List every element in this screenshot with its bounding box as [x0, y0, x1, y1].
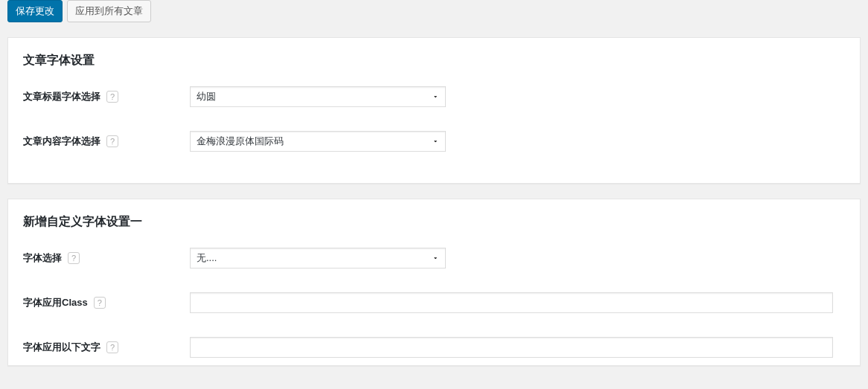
form-control: 无....	[190, 248, 446, 269]
apply-all-button[interactable]: 应用到所有文章	[67, 0, 151, 22]
panel-title: 新增自定义字体设置一	[23, 214, 845, 230]
custom-font-select[interactable]: 无....	[190, 248, 446, 269]
title-font-select[interactable]: 幼圆	[190, 86, 446, 107]
form-label: 字体应用以下文字 ?	[23, 341, 190, 354]
help-icon[interactable]: ?	[94, 297, 106, 309]
top-button-bar: 保存更改 应用到所有文章	[0, 0, 868, 30]
form-control	[190, 292, 833, 313]
form-control: 幼圆	[190, 86, 446, 107]
form-label: 文章内容字体选择 ?	[23, 135, 190, 148]
article-font-settings-panel: 文章字体设置 文章标题字体选择 ? 幼圆 文章内容字体选择 ? 金梅浪漫原体国际…	[7, 37, 861, 184]
help-icon[interactable]: ?	[106, 341, 118, 353]
form-label: 字体应用Class ?	[23, 296, 190, 309]
panel-title: 文章字体设置	[23, 53, 845, 68]
label-text: 字体应用以下文字	[23, 341, 100, 354]
form-row-title-font: 文章标题字体选择 ? 幼圆	[23, 86, 845, 107]
form-label: 字体选择 ?	[23, 251, 190, 265]
label-text: 文章内容字体选择	[23, 135, 100, 148]
form-row-font-class: 字体应用Class ?	[23, 292, 845, 313]
help-icon[interactable]: ?	[106, 135, 118, 147]
font-text-input[interactable]	[190, 337, 833, 358]
help-icon[interactable]: ?	[106, 91, 118, 103]
form-label: 文章标题字体选择 ?	[23, 90, 190, 103]
font-class-input[interactable]	[190, 292, 833, 313]
form-row-font-select: 字体选择 ? 无....	[23, 248, 845, 269]
help-icon[interactable]: ?	[68, 252, 80, 264]
form-control	[190, 337, 833, 358]
form-row-content-font: 文章内容字体选择 ? 金梅浪漫原体国际码	[23, 131, 845, 152]
form-control: 金梅浪漫原体国际码	[190, 131, 446, 152]
save-button[interactable]: 保存更改	[7, 0, 63, 22]
label-text: 文章标题字体选择	[23, 90, 100, 103]
label-text: 字体选择	[23, 251, 62, 265]
label-text: 字体应用Class	[23, 296, 88, 309]
form-row-font-text: 字体应用以下文字 ?	[23, 337, 845, 358]
custom-font-settings-panel: 新增自定义字体设置一 字体选择 ? 无.... 字体应用Class ? 字体应用…	[7, 199, 861, 366]
content-font-select[interactable]: 金梅浪漫原体国际码	[190, 131, 446, 152]
